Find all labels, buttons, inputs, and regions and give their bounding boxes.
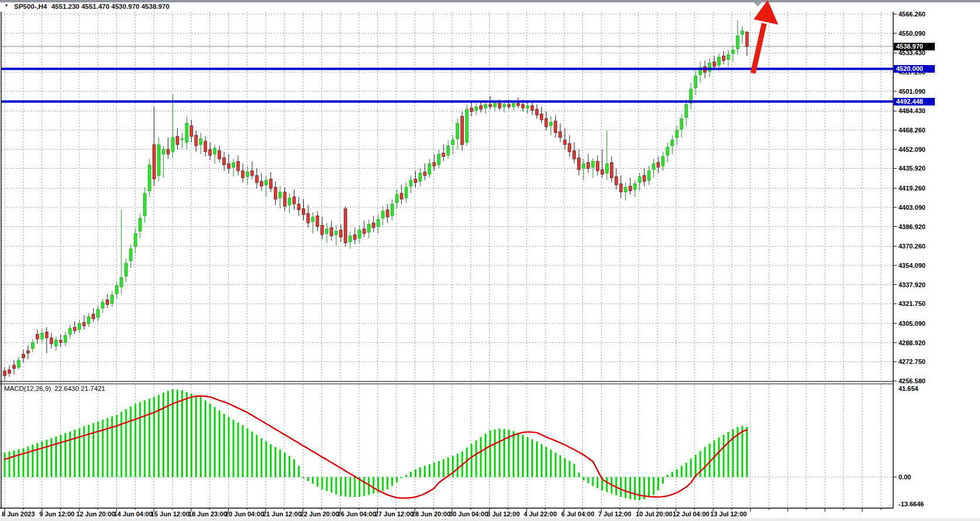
candle-down [59, 340, 62, 342]
macd-histogram-bar [672, 472, 673, 477]
macd-histogram-bar [503, 429, 505, 477]
candle-up [143, 193, 146, 216]
price-axis-label[interactable]: 4272.750 [898, 358, 925, 365]
macd-histogram-bar [559, 455, 561, 477]
candle-up [447, 146, 450, 155]
macd-histogram-bar [564, 458, 566, 477]
macd-histogram-bar [583, 477, 585, 481]
time-axis-label[interactable]: 13 Jul 12:00 [710, 510, 747, 517]
macd-histogram-bar [433, 462, 435, 477]
time-axis-label[interactable]: 7 Jul 12:00 [598, 510, 631, 517]
candle-up [124, 263, 127, 276]
candle-up [87, 316, 90, 324]
time-axis-label[interactable]: 12 Jul 04:00 [673, 510, 709, 517]
time-axis-label[interactable]: 15 Jun 12:00 [151, 510, 189, 517]
level-price-label[interactable]: 4520.000 [894, 65, 935, 73]
candle-down [83, 322, 86, 326]
candle-down [167, 149, 169, 154]
price-axis-label[interactable]: 4484.430 [898, 107, 925, 114]
trend-arrow-shaft[interactable] [753, 23, 764, 73]
candle-up [64, 335, 67, 342]
macd-histogram-bar [246, 428, 248, 477]
macd-histogram-bar [625, 477, 626, 498]
price-axis-label[interactable]: 4419.260 [898, 185, 925, 192]
level-price-label[interactable]: 4492.448 [894, 98, 935, 105]
macd-histogram-bar [410, 472, 412, 477]
time-axis-label[interactable]: 22 Jun 20:00 [300, 510, 339, 517]
candle-down [12, 365, 15, 369]
trading-chart-window: ▼ SP500-,H4 4551.230 4551.470 4530.970 4… [0, 0, 980, 521]
price-axis-label[interactable]: 4256.580 [898, 377, 925, 384]
macd-histogram-bar [200, 397, 202, 477]
candle-up [419, 173, 422, 181]
candle-down [307, 213, 310, 223]
time-axis-label[interactable]: 30 Jun 04:00 [449, 510, 488, 517]
macd-histogram-bar [238, 423, 239, 477]
macd-histogram-bar [22, 448, 24, 477]
price-axis-label[interactable]: 4370.260 [898, 243, 925, 250]
candle-down [573, 151, 576, 159]
candle-up [731, 50, 734, 53]
candle-down [73, 327, 76, 331]
time-axis-label[interactable]: 8 Jun 2023 [2, 510, 35, 517]
time-axis-label[interactable]: 27 Jun 12:00 [375, 510, 413, 517]
time-axis-label[interactable]: 6 Jul 04:00 [561, 510, 594, 517]
macd-histogram-bar [209, 404, 211, 477]
price-axis-label[interactable]: 4452.090 [898, 146, 925, 153]
price-axis-label[interactable]: 4566.260 [898, 11, 925, 18]
candle-up [335, 231, 338, 234]
macd-axis-label-zero: 0.00 [898, 474, 911, 481]
candle-down [554, 121, 557, 132]
macd-histogram-bar [274, 447, 276, 477]
time-axis-label[interactable]: 9 Jun 12:00 [39, 510, 74, 517]
macd-histogram-bar [303, 477, 304, 478]
candle-down [45, 332, 48, 338]
time-axis-label[interactable]: 14 Jun 04:00 [114, 510, 152, 517]
candle-down [372, 223, 375, 227]
price-axis-label[interactable]: 4288.920 [898, 339, 925, 346]
candle-up [680, 118, 683, 129]
candle-up [624, 188, 627, 192]
candle-down [521, 104, 524, 108]
price-axis-label[interactable]: 4501.090 [898, 88, 925, 95]
price-axis-label[interactable]: 4550.090 [898, 30, 925, 37]
candle-down [722, 56, 725, 60]
candle-down [489, 104, 491, 107]
macd-histogram-bar [148, 399, 150, 477]
candle-down [619, 184, 622, 192]
macd-histogram-bar [499, 428, 500, 477]
candle-up [717, 57, 720, 65]
candle-up [157, 145, 160, 176]
price-axis-label[interactable]: 4386.920 [898, 223, 925, 230]
macd-histogram-bar [18, 450, 19, 477]
candle-down [362, 229, 365, 233]
candle-up [69, 328, 72, 334]
candle-down [414, 179, 417, 183]
time-axis-label[interactable]: 28 Jun 20:00 [412, 510, 450, 517]
price-axis-label[interactable]: 4354.090 [898, 262, 925, 269]
price-axis-label[interactable]: 4337.920 [898, 281, 925, 288]
candle-up [377, 219, 379, 226]
time-axis-label[interactable]: 18 Jun 23:00 [188, 510, 227, 517]
macd-histogram-bar [648, 477, 650, 497]
time-axis-label[interactable]: 3 Jul 12:00 [487, 510, 520, 517]
candle-up [199, 139, 202, 145]
macd-histogram-bar [293, 459, 295, 477]
candle-up [512, 103, 515, 107]
macd-histogram-bar [541, 444, 542, 477]
candle-up [185, 123, 188, 142]
price-axis-label[interactable]: 4435.920 [898, 165, 925, 172]
time-axis-label[interactable]: 12 Jun 20:00 [76, 510, 115, 517]
time-axis-label[interactable]: 4 Jul 22:00 [524, 510, 557, 517]
time-axis-label[interactable]: 20 Jun 04:00 [225, 510, 264, 517]
macd-histogram-bar [223, 414, 225, 477]
price-axis-label[interactable]: 4305.090 [898, 320, 925, 327]
price-axis-label[interactable]: 4468.260 [898, 127, 925, 134]
price-axis-label[interactable]: 4403.090 [898, 204, 925, 211]
price-axis-label[interactable]: 4321.750 [898, 300, 925, 307]
time-axis-label[interactable]: 21 Jun 12:00 [263, 510, 301, 517]
time-axis-label[interactable]: 26 Jun 04:00 [337, 510, 376, 517]
time-axis-label[interactable]: 10 Jul 20:00 [636, 510, 672, 517]
chart-canvas[interactable] [0, 0, 980, 521]
macd-histogram-bar [260, 438, 262, 477]
